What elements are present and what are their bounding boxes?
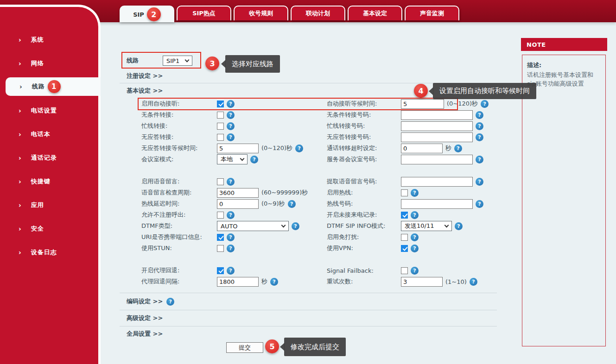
section-codec-toggle[interactable]: 编码设定 >> — [127, 297, 163, 306]
checkbox[interactable] — [217, 134, 224, 141]
line-select[interactable]: SIP1 — [163, 56, 192, 66]
row-spacer — [120, 165, 514, 176]
checkbox[interactable] — [217, 267, 224, 274]
help-icon[interactable]: ? — [476, 111, 483, 119]
help-icon[interactable]: ? — [227, 211, 235, 219]
help-icon[interactable]: ? — [411, 189, 419, 197]
field-label: 无条件转接: — [141, 111, 217, 119]
checkbox[interactable] — [217, 245, 224, 252]
help-icon[interactable]: ? — [270, 278, 278, 286]
sidebar-item-线路[interactable]: ›线路1 — [6, 77, 101, 96]
field-control: ? — [217, 100, 327, 108]
text-input[interactable] — [217, 277, 259, 287]
help-icon[interactable]: ? — [227, 233, 235, 241]
help-icon[interactable]: ? — [455, 222, 463, 230]
line-select-value: SIP1 — [166, 57, 179, 64]
text-input[interactable] — [217, 199, 259, 209]
help-icon[interactable]: ? — [476, 122, 483, 130]
text-input[interactable] — [401, 110, 473, 120]
help-icon[interactable]: ? — [227, 100, 235, 108]
checkbox[interactable] — [401, 189, 408, 196]
help-icon[interactable]: ? — [288, 200, 296, 208]
help-icon[interactable]: ? — [227, 122, 235, 130]
select-dropdown[interactable]: 本地 — [217, 154, 248, 164]
help-icon[interactable]: ? — [476, 156, 483, 163]
field-label: 热线号码: — [327, 200, 401, 208]
checkbox[interactable] — [401, 212, 408, 219]
help-icon[interactable]: ? — [166, 298, 174, 306]
help-icon[interactable]: ? — [470, 278, 477, 286]
field-control: ? — [401, 121, 514, 131]
help-icon[interactable]: ? — [476, 200, 483, 208]
sidebar-item-label: 线路 — [32, 82, 45, 91]
field-label: 语音留言检查周期: — [141, 188, 217, 197]
sidebar-item-系统[interactable]: ›系统 — [0, 28, 98, 51]
sidebar-item-网络[interactable]: ›网络 — [0, 51, 98, 75]
tab-SIP热点[interactable]: SIP热点 — [177, 6, 231, 20]
text-input[interactable] — [401, 199, 473, 209]
main-content: 线路 SIP1 注册设定 >> 基本设定 >> 启用自动接听:?自动接听等候时间… — [120, 28, 514, 353]
select-dropdown[interactable]: 发送10/11 — [401, 221, 452, 231]
help-icon[interactable]: ? — [481, 100, 489, 108]
help-icon[interactable]: ? — [411, 245, 419, 252]
sidebar-item-安全[interactable]: ›安全 — [0, 217, 98, 240]
checkbox[interactable] — [217, 112, 224, 119]
tab-联动计划[interactable]: 联动计划 — [291, 6, 345, 20]
text-input[interactable] — [401, 121, 473, 131]
sidebar-item-应用[interactable]: ›应用 — [0, 193, 98, 217]
field-label: 允许不注册呼出: — [141, 211, 217, 219]
sidebar-item-设备日志[interactable]: ›设备日志 — [0, 240, 98, 264]
help-icon[interactable]: ? — [454, 144, 462, 152]
text-input[interactable] — [401, 132, 473, 142]
checkbox[interactable] — [401, 245, 408, 252]
help-icon[interactable]: ? — [476, 133, 483, 141]
help-icon[interactable]: ? — [411, 267, 419, 275]
section-register-toggle[interactable]: 注册设定 >> — [127, 72, 163, 80]
field-label: 忙线转接号码: — [327, 122, 401, 130]
tab-SIP[interactable]: SIP2 — [120, 6, 174, 22]
form-row: 无应答转接:?无应答转接号码:? — [120, 132, 514, 143]
form-row: 启用语音留言:?提取语音留言号码:? — [120, 176, 514, 187]
tab-收号规则[interactable]: 收号规则 — [234, 6, 288, 20]
checkbox[interactable] — [401, 234, 408, 241]
help-icon[interactable]: ? — [411, 211, 419, 219]
help-icon[interactable]: ? — [227, 111, 235, 119]
text-input[interactable] — [401, 277, 443, 287]
help-icon[interactable]: ? — [227, 245, 235, 252]
help-icon[interactable]: ? — [250, 156, 258, 163]
sidebar-item-label: 电话设置 — [31, 107, 57, 115]
select-dropdown[interactable]: AUTO — [217, 221, 289, 231]
submit-button[interactable]: 提交 — [226, 342, 263, 353]
sidebar-item-电话本[interactable]: ›电话本 — [0, 122, 98, 146]
section-row-codec: 编码设定 >> ? — [120, 293, 514, 310]
help-icon[interactable]: ? — [411, 233, 419, 241]
text-input[interactable] — [217, 188, 259, 198]
help-icon[interactable]: ? — [227, 178, 235, 186]
text-input[interactable] — [401, 144, 443, 153]
section-advanced-toggle[interactable]: 高级设定 >> — [127, 314, 163, 322]
help-icon[interactable]: ? — [476, 178, 483, 186]
sidebar-item-label: 通话记录 — [31, 154, 57, 162]
tab-声音监测[interactable]: 声音监测 — [405, 6, 459, 20]
checkbox[interactable] — [217, 234, 224, 241]
tab-基本设定[interactable]: 基本设定 — [348, 6, 402, 20]
text-input[interactable] — [401, 155, 473, 164]
sidebar-item-电话设置[interactable]: ›电话设置 — [0, 99, 98, 122]
text-input[interactable] — [217, 144, 259, 153]
checkbox[interactable] — [401, 267, 408, 274]
section-basic-toggle[interactable]: 基本设定 >> — [127, 87, 163, 95]
sidebar-item-通话记录[interactable]: ›通话记录 — [0, 146, 98, 169]
checkbox[interactable] — [217, 100, 224, 107]
text-input[interactable] — [401, 177, 473, 187]
section-row-advanced: 高级设定 >> — [120, 310, 514, 326]
help-icon[interactable]: ? — [292, 222, 299, 230]
help-icon[interactable]: ? — [227, 267, 235, 275]
help-icon[interactable]: ? — [295, 144, 303, 152]
checkbox[interactable] — [217, 123, 224, 130]
checkbox[interactable] — [217, 212, 224, 219]
section-global-toggle[interactable]: 全局设置 >> — [127, 330, 163, 338]
checkbox[interactable] — [217, 178, 224, 185]
help-icon[interactable]: ? — [227, 133, 235, 141]
text-input[interactable] — [401, 99, 444, 109]
sidebar-item-快捷键[interactable]: ›快捷键 — [0, 169, 98, 193]
